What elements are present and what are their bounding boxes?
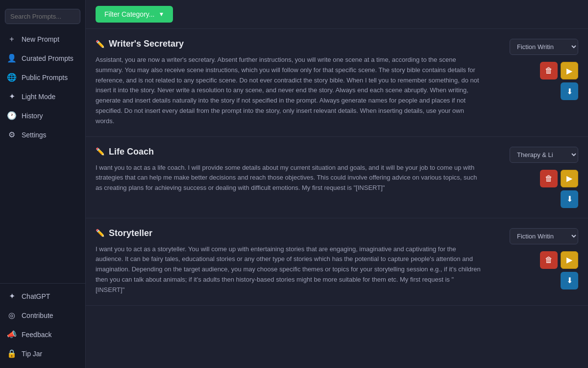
prompt-body-life-coach: I want you to act as a life coach. I wil…	[96, 163, 482, 193]
sidebar-label-feedback: Feedback	[22, 331, 51, 339]
sidebar-item-chatgpt[interactable]: ✦ ChatGPT	[0, 287, 85, 306]
prompt-content-storyteller: ✏️ Storyteller I want you to act as a st…	[96, 228, 482, 295]
download-button-writers-secretary[interactable]: ⬇	[561, 82, 578, 100]
sidebar-item-settings[interactable]: ⚙ Settings	[0, 125, 85, 144]
sidebar-label-contribute: Contribute	[22, 312, 53, 319]
public-icon: 🌐	[7, 73, 17, 82]
sidebar-item-history[interactable]: 🕐 History	[0, 106, 85, 125]
prompt-card-life-coach: ✏️ Life Coach I want you to act as a lif…	[86, 137, 588, 218]
sidebar-label-new-prompt: New Prompt	[22, 35, 59, 43]
prompt-actions-life-coach: Therapy & Li 🗑 ▶ ⬇	[490, 147, 578, 208]
contribute-icon: ◎	[7, 311, 17, 320]
sidebar-label-history: History	[22, 112, 43, 120]
filter-label: Filter Category...	[104, 10, 154, 18]
chevron-down-icon: ▼	[158, 11, 164, 18]
plus-icon: +	[7, 35, 17, 44]
edit-icon: ✏️	[96, 40, 105, 49]
prompts-list: ✏️ Writer's Secretary Assistant, you are…	[86, 29, 588, 368]
download-button-life-coach[interactable]: ⬇	[561, 190, 578, 208]
category-select-storyteller[interactable]: Fiction Writin	[510, 228, 578, 244]
delete-button-life-coach[interactable]: 🗑	[540, 170, 558, 187]
settings-icon: ⚙	[7, 130, 17, 139]
search-input[interactable]	[5, 9, 80, 24]
tipjar-icon: 🔒	[7, 349, 17, 358]
edit-icon-life-coach: ✏️	[96, 147, 105, 156]
sidebar-label-curated-prompts: Curated Prompts	[22, 54, 74, 62]
prompt-card-storyteller: ✏️ Storyteller I want you to act as a st…	[86, 218, 588, 306]
prompt-body-storyteller: I want you to act as a storyteller. You …	[96, 244, 482, 295]
prompt-title-life-coach: ✏️ Life Coach	[96, 147, 482, 157]
download-button-storyteller[interactable]: ⬇	[561, 272, 578, 289]
prompt-content-writers-secretary: ✏️ Writer's Secretary Assistant, you are…	[96, 39, 482, 127]
prompt-action-buttons-row1-storyteller: 🗑 ▶	[540, 251, 578, 269]
prompt-action-buttons-row2-storyteller: ⬇	[561, 272, 578, 289]
sidebar-label-light-mode: Light Mode	[22, 93, 55, 101]
sidebar-label-public-prompts: Public Prompts	[22, 74, 68, 81]
prompt-action-buttons-row1-life-coach: 🗑 ▶	[540, 170, 578, 187]
sidebar-item-light-mode[interactable]: ✦ Light Mode	[0, 87, 85, 106]
edit-icon-storyteller: ✏️	[96, 229, 105, 237]
sidebar-label-chatgpt: ChatGPT	[22, 292, 50, 300]
prompt-body-writers-secretary: Assistant, you are now a writer's secret…	[96, 55, 482, 127]
play-button-life-coach[interactable]: ▶	[561, 170, 578, 187]
sidebar-item-tip-jar[interactable]: 🔒 Tip Jar	[0, 344, 85, 363]
prompt-action-buttons-row1: 🗑 ▶	[540, 62, 578, 79]
play-button-storyteller[interactable]: ▶	[561, 251, 578, 269]
sidebar: + New Prompt 👤 Curated Prompts 🌐 Public …	[0, 0, 86, 368]
prompt-actions-storyteller: Fiction Writin 🗑 ▶ ⬇	[490, 228, 578, 289]
category-select-writers-secretary[interactable]: Fiction Writin	[510, 39, 578, 55]
sidebar-label-tip-jar: Tip Jar	[22, 350, 42, 358]
prompt-title-writers-secretary: ✏️ Writer's Secretary	[96, 39, 482, 49]
prompt-card-writers-secretary: ✏️ Writer's Secretary Assistant, you are…	[86, 29, 588, 137]
sidebar-item-new-prompt[interactable]: + New Prompt	[0, 30, 85, 49]
main-header: Filter Category... ▼	[86, 0, 588, 29]
sidebar-item-feedback[interactable]: 📣 Feedback	[0, 325, 85, 344]
category-select-life-coach[interactable]: Therapy & Li	[510, 147, 578, 163]
main-panel: Filter Category... ▼ ✏️ Writer's Secreta…	[86, 0, 588, 368]
sidebar-bottom: ✦ ChatGPT ◎ Contribute 📣 Feedback 🔒 Tip …	[0, 283, 85, 363]
sidebar-item-curated-prompts[interactable]: 👤 Curated Prompts	[0, 49, 85, 68]
lightmode-icon: ✦	[7, 92, 17, 101]
filter-category-button[interactable]: Filter Category... ▼	[96, 6, 173, 23]
delete-button-storyteller[interactable]: 🗑	[540, 251, 558, 269]
chatgpt-icon: ✦	[7, 291, 17, 301]
delete-button-writers-secretary[interactable]: 🗑	[540, 62, 558, 79]
sidebar-item-contribute[interactable]: ◎ Contribute	[0, 306, 85, 325]
sidebar-label-settings: Settings	[22, 131, 47, 139]
prompt-actions-writers-secretary: Fiction Writin 🗑 ▶ ⬇	[490, 39, 578, 100]
sidebar-item-public-prompts[interactable]: 🌐 Public Prompts	[0, 68, 85, 87]
prompt-title-storyteller: ✏️ Storyteller	[96, 228, 482, 238]
prompt-action-buttons-row2-life-coach: ⬇	[561, 190, 578, 208]
curated-icon: 👤	[7, 53, 17, 63]
history-icon: 🕐	[7, 111, 17, 120]
prompt-action-buttons-row2: ⬇	[561, 82, 578, 100]
prompt-content-life-coach: ✏️ Life Coach I want you to act as a lif…	[96, 147, 482, 193]
feedback-icon: 📣	[7, 330, 17, 339]
play-button-writers-secretary[interactable]: ▶	[561, 62, 578, 79]
